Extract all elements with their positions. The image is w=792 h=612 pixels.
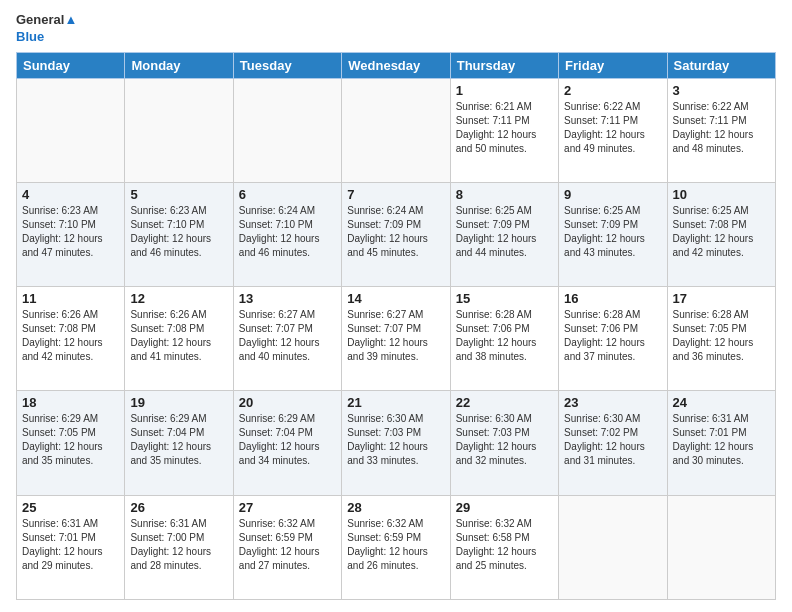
logo: General▲ Blue — [16, 12, 77, 46]
calendar-table: SundayMondayTuesdayWednesdayThursdayFrid… — [16, 52, 776, 600]
calendar-day-cell: 5Sunrise: 6:23 AMSunset: 7:10 PMDaylight… — [125, 183, 233, 287]
calendar-day-cell — [125, 78, 233, 182]
calendar-day-cell: 11Sunrise: 6:26 AMSunset: 7:08 PMDayligh… — [17, 287, 125, 391]
day-info: Sunrise: 6:23 AMSunset: 7:10 PMDaylight:… — [22, 204, 119, 260]
day-info: Sunrise: 6:27 AMSunset: 7:07 PMDaylight:… — [347, 308, 444, 364]
day-number: 3 — [673, 83, 770, 98]
day-number: 20 — [239, 395, 336, 410]
calendar-day-cell: 9Sunrise: 6:25 AMSunset: 7:09 PMDaylight… — [559, 183, 667, 287]
calendar-day-cell: 7Sunrise: 6:24 AMSunset: 7:09 PMDaylight… — [342, 183, 450, 287]
calendar-day-cell: 17Sunrise: 6:28 AMSunset: 7:05 PMDayligh… — [667, 287, 775, 391]
day-number: 2 — [564, 83, 661, 98]
calendar-header-cell: Monday — [125, 52, 233, 78]
calendar-day-cell: 27Sunrise: 6:32 AMSunset: 6:59 PMDayligh… — [233, 495, 341, 599]
header: General▲ Blue — [16, 12, 776, 46]
calendar-week-row: 18Sunrise: 6:29 AMSunset: 7:05 PMDayligh… — [17, 391, 776, 495]
day-info: Sunrise: 6:28 AMSunset: 7:06 PMDaylight:… — [456, 308, 553, 364]
day-info: Sunrise: 6:29 AMSunset: 7:04 PMDaylight:… — [130, 412, 227, 468]
calendar-day-cell: 29Sunrise: 6:32 AMSunset: 6:58 PMDayligh… — [450, 495, 558, 599]
calendar-day-cell: 18Sunrise: 6:29 AMSunset: 7:05 PMDayligh… — [17, 391, 125, 495]
day-info: Sunrise: 6:24 AMSunset: 7:10 PMDaylight:… — [239, 204, 336, 260]
day-info: Sunrise: 6:26 AMSunset: 7:08 PMDaylight:… — [22, 308, 119, 364]
calendar-day-cell: 22Sunrise: 6:30 AMSunset: 7:03 PMDayligh… — [450, 391, 558, 495]
calendar-day-cell — [233, 78, 341, 182]
calendar-day-cell: 16Sunrise: 6:28 AMSunset: 7:06 PMDayligh… — [559, 287, 667, 391]
calendar-body: 1Sunrise: 6:21 AMSunset: 7:11 PMDaylight… — [17, 78, 776, 599]
day-number: 14 — [347, 291, 444, 306]
day-info: Sunrise: 6:24 AMSunset: 7:09 PMDaylight:… — [347, 204, 444, 260]
day-number: 12 — [130, 291, 227, 306]
calendar-day-cell: 4Sunrise: 6:23 AMSunset: 7:10 PMDaylight… — [17, 183, 125, 287]
day-number: 16 — [564, 291, 661, 306]
day-number: 8 — [456, 187, 553, 202]
day-info: Sunrise: 6:27 AMSunset: 7:07 PMDaylight:… — [239, 308, 336, 364]
calendar-header-cell: Thursday — [450, 52, 558, 78]
day-info: Sunrise: 6:31 AMSunset: 7:00 PMDaylight:… — [130, 517, 227, 573]
day-info: Sunrise: 6:32 AMSunset: 6:59 PMDaylight:… — [347, 517, 444, 573]
day-number: 13 — [239, 291, 336, 306]
calendar-day-cell: 24Sunrise: 6:31 AMSunset: 7:01 PMDayligh… — [667, 391, 775, 495]
day-info: Sunrise: 6:29 AMSunset: 7:05 PMDaylight:… — [22, 412, 119, 468]
day-info: Sunrise: 6:28 AMSunset: 7:06 PMDaylight:… — [564, 308, 661, 364]
day-number: 10 — [673, 187, 770, 202]
calendar-header-cell: Tuesday — [233, 52, 341, 78]
day-number: 7 — [347, 187, 444, 202]
day-info: Sunrise: 6:25 AMSunset: 7:08 PMDaylight:… — [673, 204, 770, 260]
day-info: Sunrise: 6:30 AMSunset: 7:03 PMDaylight:… — [456, 412, 553, 468]
day-number: 26 — [130, 500, 227, 515]
day-info: Sunrise: 6:23 AMSunset: 7:10 PMDaylight:… — [130, 204, 227, 260]
day-info: Sunrise: 6:21 AMSunset: 7:11 PMDaylight:… — [456, 100, 553, 156]
calendar-day-cell: 13Sunrise: 6:27 AMSunset: 7:07 PMDayligh… — [233, 287, 341, 391]
calendar-day-cell: 20Sunrise: 6:29 AMSunset: 7:04 PMDayligh… — [233, 391, 341, 495]
calendar-day-cell — [342, 78, 450, 182]
calendar-day-cell — [667, 495, 775, 599]
day-number: 23 — [564, 395, 661, 410]
calendar-day-cell: 12Sunrise: 6:26 AMSunset: 7:08 PMDayligh… — [125, 287, 233, 391]
calendar-day-cell: 15Sunrise: 6:28 AMSunset: 7:06 PMDayligh… — [450, 287, 558, 391]
day-number: 28 — [347, 500, 444, 515]
day-info: Sunrise: 6:30 AMSunset: 7:02 PMDaylight:… — [564, 412, 661, 468]
day-info: Sunrise: 6:28 AMSunset: 7:05 PMDaylight:… — [673, 308, 770, 364]
calendar-header-cell: Wednesday — [342, 52, 450, 78]
calendar-header-row: SundayMondayTuesdayWednesdayThursdayFrid… — [17, 52, 776, 78]
day-info: Sunrise: 6:32 AMSunset: 6:58 PMDaylight:… — [456, 517, 553, 573]
calendar-header-cell: Sunday — [17, 52, 125, 78]
calendar-week-row: 4Sunrise: 6:23 AMSunset: 7:10 PMDaylight… — [17, 183, 776, 287]
calendar-day-cell: 6Sunrise: 6:24 AMSunset: 7:10 PMDaylight… — [233, 183, 341, 287]
calendar-day-cell: 8Sunrise: 6:25 AMSunset: 7:09 PMDaylight… — [450, 183, 558, 287]
day-number: 1 — [456, 83, 553, 98]
day-info: Sunrise: 6:30 AMSunset: 7:03 PMDaylight:… — [347, 412, 444, 468]
day-info: Sunrise: 6:25 AMSunset: 7:09 PMDaylight:… — [456, 204, 553, 260]
day-number: 24 — [673, 395, 770, 410]
day-info: Sunrise: 6:25 AMSunset: 7:09 PMDaylight:… — [564, 204, 661, 260]
page: General▲ Blue SundayMondayTuesdayWednesd… — [0, 0, 792, 612]
calendar-day-cell: 3Sunrise: 6:22 AMSunset: 7:11 PMDaylight… — [667, 78, 775, 182]
day-number: 22 — [456, 395, 553, 410]
logo-text: General▲ Blue — [16, 12, 77, 46]
day-info: Sunrise: 6:26 AMSunset: 7:08 PMDaylight:… — [130, 308, 227, 364]
calendar-day-cell: 14Sunrise: 6:27 AMSunset: 7:07 PMDayligh… — [342, 287, 450, 391]
day-number: 6 — [239, 187, 336, 202]
calendar-day-cell — [559, 495, 667, 599]
calendar-header-cell: Saturday — [667, 52, 775, 78]
calendar-day-cell: 25Sunrise: 6:31 AMSunset: 7:01 PMDayligh… — [17, 495, 125, 599]
calendar-day-cell: 23Sunrise: 6:30 AMSunset: 7:02 PMDayligh… — [559, 391, 667, 495]
day-info: Sunrise: 6:31 AMSunset: 7:01 PMDaylight:… — [673, 412, 770, 468]
day-number: 27 — [239, 500, 336, 515]
day-info: Sunrise: 6:32 AMSunset: 6:59 PMDaylight:… — [239, 517, 336, 573]
day-number: 21 — [347, 395, 444, 410]
calendar-day-cell: 26Sunrise: 6:31 AMSunset: 7:00 PMDayligh… — [125, 495, 233, 599]
calendar-day-cell: 10Sunrise: 6:25 AMSunset: 7:08 PMDayligh… — [667, 183, 775, 287]
calendar-header-cell: Friday — [559, 52, 667, 78]
day-number: 4 — [22, 187, 119, 202]
day-info: Sunrise: 6:31 AMSunset: 7:01 PMDaylight:… — [22, 517, 119, 573]
day-info: Sunrise: 6:22 AMSunset: 7:11 PMDaylight:… — [564, 100, 661, 156]
day-number: 11 — [22, 291, 119, 306]
day-number: 15 — [456, 291, 553, 306]
calendar-day-cell — [17, 78, 125, 182]
day-number: 29 — [456, 500, 553, 515]
calendar-day-cell: 1Sunrise: 6:21 AMSunset: 7:11 PMDaylight… — [450, 78, 558, 182]
day-number: 5 — [130, 187, 227, 202]
calendar-week-row: 25Sunrise: 6:31 AMSunset: 7:01 PMDayligh… — [17, 495, 776, 599]
calendar-week-row: 1Sunrise: 6:21 AMSunset: 7:11 PMDaylight… — [17, 78, 776, 182]
